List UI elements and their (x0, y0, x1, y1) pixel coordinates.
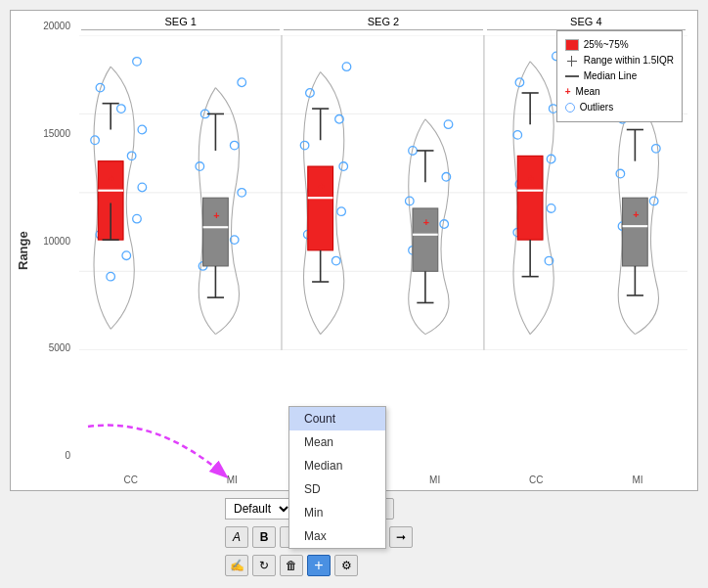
svg-text:+: + (319, 180, 325, 192)
svg-point-42 (342, 63, 351, 71)
font-family-select[interactable]: Default (225, 498, 292, 520)
y-axis-label: Range (11, 11, 35, 490)
dropdown-item-median[interactable]: Median (289, 454, 385, 477)
legend-item-outlier: Outliers (565, 100, 674, 115)
svg-point-19 (107, 272, 115, 281)
brush-btn[interactable]: ✍ (225, 555, 248, 576)
legend-label-median: Median Line (584, 68, 637, 84)
svg-point-18 (122, 251, 131, 260)
main-container: Range SEG 1 SEG 2 SEG 4 20000 15000 1000… (0, 0, 708, 588)
y-tick-0: 0 (65, 450, 70, 461)
svg-text:+: + (213, 209, 219, 221)
svg-point-9 (117, 105, 126, 113)
x-label-seg4-mi: MI (632, 475, 642, 485)
seg1-label: SEG 1 (81, 16, 280, 30)
seg2-label: SEG 2 (284, 16, 482, 30)
seg4-label: SEG 4 (487, 16, 686, 30)
svg-point-90 (616, 169, 625, 178)
x-label-seg1-cc: CC (123, 475, 137, 485)
arrow-tool-btn[interactable]: ➞ (389, 526, 413, 548)
dropdown-item-mean[interactable]: Mean (289, 430, 385, 454)
legend-outlier-icon (565, 103, 575, 113)
legend: 25%~75% Range within 1.5IQR Median Line … (556, 30, 683, 122)
y-tick-5000: 5000 (49, 342, 70, 353)
bold-btn[interactable]: B (252, 526, 276, 548)
x-label-seg4-cc: CC (529, 475, 543, 485)
svg-point-27 (238, 78, 246, 87)
svg-point-11 (91, 136, 100, 145)
svg-text:+: + (423, 216, 429, 228)
svg-point-50 (332, 256, 340, 265)
dropdown-item-count[interactable]: Count (289, 407, 385, 430)
svg-point-10 (138, 125, 147, 134)
svg-text:+: + (528, 172, 534, 184)
svg-point-7 (133, 58, 142, 67)
dropdown-item-sd[interactable]: SD (289, 477, 385, 501)
segment-labels: SEG 1 SEG 2 SEG 4 (79, 16, 687, 30)
dropdown-item-min[interactable]: Min (289, 501, 385, 524)
svg-point-30 (196, 162, 204, 171)
font-style-btn[interactable]: A (225, 526, 248, 548)
legend-label-mean: Mean (576, 84, 600, 100)
y-axis-ticks: 20000 15000 10000 5000 0 (35, 21, 74, 461)
y-tick-20000: 20000 (43, 21, 70, 31)
legend-item-box: 25%~75% (565, 37, 674, 53)
svg-point-48 (337, 207, 346, 216)
legend-label-outlier: Outliers (580, 100, 613, 115)
dropdown-item-max[interactable]: Max (289, 524, 385, 548)
svg-point-14 (138, 183, 147, 192)
svg-point-89 (652, 145, 661, 154)
legend-item-median: Median Line (565, 68, 674, 84)
svg-point-74 (513, 131, 522, 140)
svg-text:+: + (109, 172, 114, 184)
svg-rect-82 (517, 156, 543, 240)
svg-point-46 (339, 162, 348, 171)
svg-point-58 (444, 120, 453, 129)
svg-point-45 (300, 141, 309, 150)
plus-btn[interactable]: + (307, 555, 331, 576)
legend-item-mean: + Mean (565, 84, 674, 100)
legend-median-icon (565, 75, 579, 77)
gear-btn[interactable]: ⚙ (334, 555, 358, 576)
svg-point-29 (230, 141, 239, 150)
legend-mean-icon: + (565, 84, 571, 100)
dropdown-menu: Count Mean Median SD Min Max (288, 406, 386, 549)
x-label-seg2-mi: MI (429, 475, 440, 485)
svg-point-62 (440, 220, 449, 229)
y-tick-10000: 10000 (43, 236, 70, 247)
y-tick-15000: 15000 (43, 128, 70, 139)
toolbar-row-3: ✍ ↻ 🗑 + ⚙ (10, 553, 698, 578)
legend-label-box: 25%~75% (584, 37, 629, 53)
x-label-seg1-mi: MI (227, 475, 238, 485)
svg-point-77 (547, 204, 555, 213)
legend-box-red (565, 39, 579, 51)
legend-whisker-icon (565, 55, 579, 67)
trash-btn[interactable]: 🗑 (280, 555, 303, 576)
legend-item-whisker: Range within 1.5IQR (565, 53, 674, 68)
svg-text:+: + (633, 208, 639, 220)
legend-label-whisker: Range within 1.5IQR (584, 53, 674, 68)
svg-point-16 (133, 214, 142, 223)
rotate-btn[interactable]: ↻ (252, 555, 276, 576)
